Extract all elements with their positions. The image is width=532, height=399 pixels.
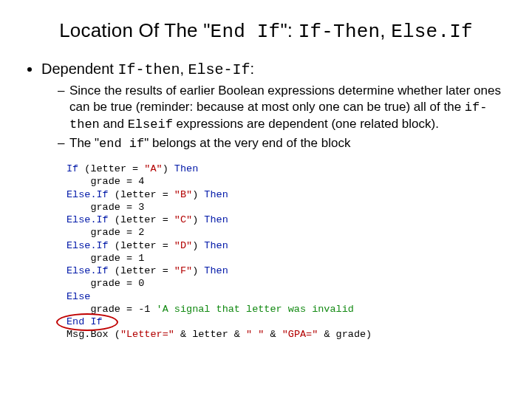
kw-then: Then: [174, 163, 198, 174]
title-code-ifthen: If-Then: [299, 21, 381, 43]
sub2-pre: The ": [69, 136, 99, 150]
code-txt: grade = 0: [66, 278, 144, 289]
code-line-9: Else.If (letter = "F") Then: [66, 265, 510, 277]
kw-elseif: Else.If: [66, 214, 109, 225]
str-c: "C": [174, 214, 192, 225]
bullet-list: Dependent If-then, Else-If: Since the re…: [25, 61, 510, 152]
code-line-3: Else.If (letter = "B") Then: [66, 188, 510, 201]
code-txt: (letter =: [109, 214, 174, 225]
code-txt: (letter =: [109, 240, 174, 251]
code-line-12: grade = -1 'A signal that letter was inv…: [66, 303, 510, 316]
title-pre: Location Of The ": [59, 19, 210, 41]
code-line-7: Else.If (letter = "D") Then: [66, 239, 510, 252]
str-gpa: "GPA=": [282, 329, 318, 340]
bullet-top-mid: ,: [180, 61, 188, 77]
str-d: "D": [174, 240, 192, 251]
bullet-top-post: :: [250, 61, 255, 77]
sub-bullet-1: Since the results of earlier Boolean exp…: [58, 83, 510, 132]
code-line-6: grade = 2: [66, 226, 510, 239]
sub1-pre: Since the results of earlier Boolean exp…: [69, 83, 501, 114]
code-txt: &: [264, 329, 282, 340]
kw-elseif: Else.If: [66, 265, 109, 276]
str-f: "F": [174, 265, 192, 276]
kw-elseif: Else.If: [66, 240, 109, 251]
code-txt: (letter =: [109, 189, 174, 200]
sub1-code2: Elseif: [128, 117, 173, 132]
code-line-2: grade = 4: [66, 175, 510, 188]
str-space: " ": [246, 329, 264, 340]
title-code-endif: End If: [211, 21, 281, 43]
sub-bullet-2: The "end if" belongs at the very end of …: [58, 135, 510, 152]
sub-bullet-list: Since the results of earlier Boolean exp…: [41, 83, 510, 152]
bullet-top-code1: If-then: [117, 61, 180, 78]
comment: 'A signal that letter was invalid: [157, 304, 354, 315]
sub2-code1: end if: [99, 137, 144, 151]
code-txt: grade = 4: [66, 176, 144, 187]
kw-elseif: Else.If: [66, 189, 109, 200]
code-txt: (letter =: [78, 163, 144, 174]
sub2-post: " belongs at the very end of the block: [144, 136, 350, 150]
code-txt: Msg.Box (: [66, 329, 120, 340]
kw-then: Then: [204, 265, 228, 276]
kw-then: Then: [204, 240, 228, 251]
code-txt: & letter &: [174, 329, 246, 340]
title-mid: ":: [280, 19, 298, 41]
bullet-top-pre: Dependent: [41, 61, 117, 77]
title-code-elseif: Else.If: [391, 21, 473, 43]
code-block: If (letter = "A") Then grade = 4 Else.If…: [66, 163, 510, 341]
code-txt: grade = 2: [66, 227, 144, 238]
code-txt: grade = -1: [66, 304, 157, 315]
kw-else: Else: [66, 291, 90, 302]
sub1-mid: and: [100, 117, 128, 131]
code-line-5: Else.If (letter = "C") Then: [66, 214, 510, 226]
code-txt: & grade): [318, 329, 372, 340]
kw-then: Then: [204, 189, 228, 200]
bullet-top-code2: Else-If: [188, 61, 250, 78]
code-txt: (letter =: [109, 265, 174, 276]
code-txt: ): [192, 189, 204, 200]
code-line-10: grade = 0: [66, 277, 510, 290]
str-a: "A": [144, 163, 162, 174]
bullet-top: Dependent If-then, Else-If: Since the re…: [41, 61, 510, 152]
code-txt: grade = 3: [66, 202, 144, 213]
code-line-1: If (letter = "A") Then: [66, 163, 510, 175]
sub1-post: expressions are dependent (one related b…: [173, 117, 439, 131]
kw-if: If: [66, 163, 78, 174]
code-txt: ): [192, 265, 204, 276]
code-line-13: End If: [66, 316, 510, 328]
code-txt: ): [163, 163, 174, 174]
code-txt: ): [192, 214, 204, 225]
slide-title: Location Of The "End If": If-Then, Else.…: [22, 19, 510, 43]
code-line-11: Else: [66, 290, 510, 303]
code-txt: ): [192, 240, 204, 251]
kw-endif: End If: [66, 316, 103, 327]
code-txt: grade = 1: [66, 253, 144, 264]
code-line-8: grade = 1: [66, 252, 510, 265]
code-line-14: Msg.Box ("Letter=" & letter & " " & "GPA…: [66, 328, 510, 341]
str-letter: "Letter=": [120, 329, 174, 340]
title-sep: ,: [380, 19, 391, 41]
slide-container: Location Of The "End If": If-Then, Else.…: [0, 0, 532, 349]
kw-then: Then: [204, 214, 228, 225]
str-b: "B": [174, 189, 192, 200]
code-line-4: grade = 3: [66, 201, 510, 214]
